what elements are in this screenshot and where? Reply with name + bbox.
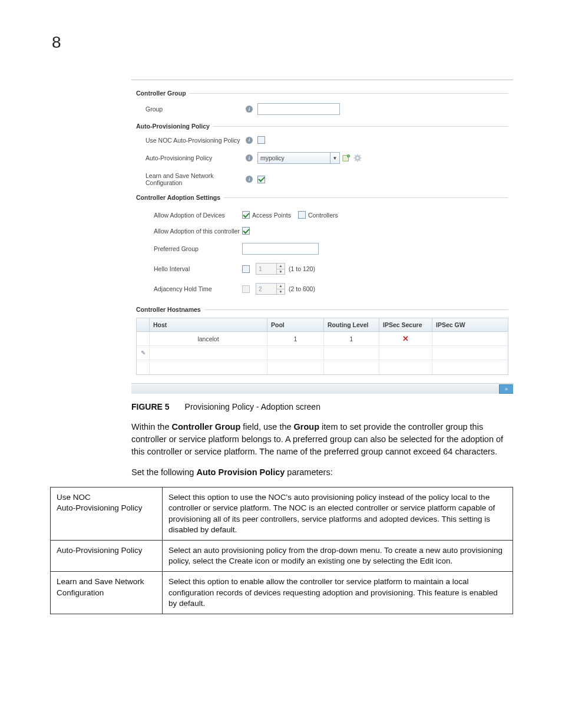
figure-footer: » — [131, 383, 513, 394]
chevron-up-icon[interactable]: ▲ — [277, 284, 285, 289]
edit-icon[interactable]: ✎ — [141, 350, 146, 356]
info-icon[interactable]: i — [246, 137, 253, 144]
footer-badge-icon[interactable]: » — [499, 384, 513, 394]
col-pool[interactable]: Pool — [267, 318, 324, 331]
auto-prov-policy-label: Auto-Provisioning Policy — [146, 154, 246, 162]
adj-range: (2 to 600) — [289, 285, 315, 292]
table-row[interactable]: ✎ — [137, 346, 508, 360]
hello-checkbox[interactable] — [242, 265, 250, 273]
col-ipsec-secure[interactable]: IPSec Secure — [379, 318, 432, 331]
adj-label: Adjacency Hold Time — [154, 285, 242, 292]
group-input[interactable] — [257, 103, 340, 115]
hello-spinner[interactable]: 1 ▲▼ — [256, 263, 285, 275]
x-icon: ✕ — [402, 334, 409, 343]
col-host[interactable]: Host — [150, 318, 267, 331]
adj-spinner[interactable]: 2 ▲▼ — [256, 283, 285, 295]
table-row[interactable] — [137, 360, 508, 374]
preferred-group-input[interactable] — [242, 243, 319, 255]
section-auto-prov-title: Auto-Provisioning Policy — [136, 119, 508, 132]
learn-save-label: Learn and Save Network Configuration — [146, 172, 246, 186]
table-row[interactable]: lancelot11✕ — [137, 332, 508, 346]
gear-icon[interactable] — [353, 153, 362, 163]
hello-label: Hello Interval — [154, 265, 242, 272]
allow-devices-label: Allow Adoption of Devices — [154, 212, 242, 219]
create-icon[interactable] — [342, 153, 351, 163]
allow-ctrl-checkbox[interactable] — [298, 211, 306, 219]
adj-checkbox[interactable] — [242, 285, 250, 293]
hostnames-table: Host Pool Routing Level IPSec Secure IPS… — [136, 318, 508, 375]
svg-line-9 — [359, 160, 361, 161]
figure-screenshot: Controller Group Group i Auto-Provisioni… — [131, 80, 513, 394]
allow-ctrl-label: Controllers — [308, 212, 338, 219]
info-icon[interactable]: i — [246, 154, 253, 162]
table-row: Learn and Save Network Configuration Sel… — [51, 572, 513, 614]
allow-this-label: Allow Adoption of this controller — [154, 228, 242, 235]
chevron-down-icon[interactable]: ▼ — [277, 269, 285, 275]
svg-line-8 — [355, 155, 356, 156]
svg-line-11 — [359, 155, 361, 156]
body-text: Within the Controller Group field, use t… — [131, 421, 514, 479]
svg-point-3 — [356, 157, 359, 159]
section-hostnames-title: Controller Hostnames — [136, 299, 508, 315]
section-adoption-title: Controller Adoption Settings — [136, 190, 508, 203]
use-noc-checkbox[interactable] — [257, 136, 265, 144]
hello-range: (1 to 120) — [289, 265, 315, 272]
chevron-up-icon[interactable]: ▲ — [277, 263, 285, 269]
svg-line-10 — [355, 160, 356, 161]
allow-ap-checkbox[interactable] — [242, 211, 250, 219]
preferred-group-label: Preferred Group — [154, 245, 242, 252]
page-number: 8 — [52, 33, 61, 52]
group-label: Group — [146, 106, 246, 113]
info-icon[interactable]: i — [246, 106, 253, 113]
allow-ap-label: Access Points — [252, 212, 291, 219]
col-routing-level[interactable]: Routing Level — [324, 318, 379, 331]
param-table: Use NOC Auto-Provisioning Policy Select … — [50, 487, 513, 614]
figure-caption: FIGURE 5Provisioning Policy - Adoption s… — [131, 402, 512, 411]
col-ipsec-gw[interactable]: IPSec GW — [432, 318, 508, 331]
auto-prov-policy-select[interactable]: mypolicy ▼ — [257, 152, 340, 164]
info-icon[interactable]: i — [246, 176, 253, 183]
chevron-down-icon: ▼ — [330, 153, 339, 163]
table-row: Use NOC Auto-Provisioning Policy Select … — [51, 487, 513, 541]
table-row: Auto-Provisioning Policy Select an auto … — [51, 540, 513, 571]
learn-save-checkbox[interactable] — [257, 176, 265, 183]
chevron-down-icon[interactable]: ▼ — [277, 289, 285, 295]
section-controller-group-title: Controller Group — [136, 86, 508, 99]
use-noc-label: Use NOC Auto-Provisioning Policy — [146, 137, 246, 144]
allow-this-checkbox[interactable] — [242, 227, 250, 235]
